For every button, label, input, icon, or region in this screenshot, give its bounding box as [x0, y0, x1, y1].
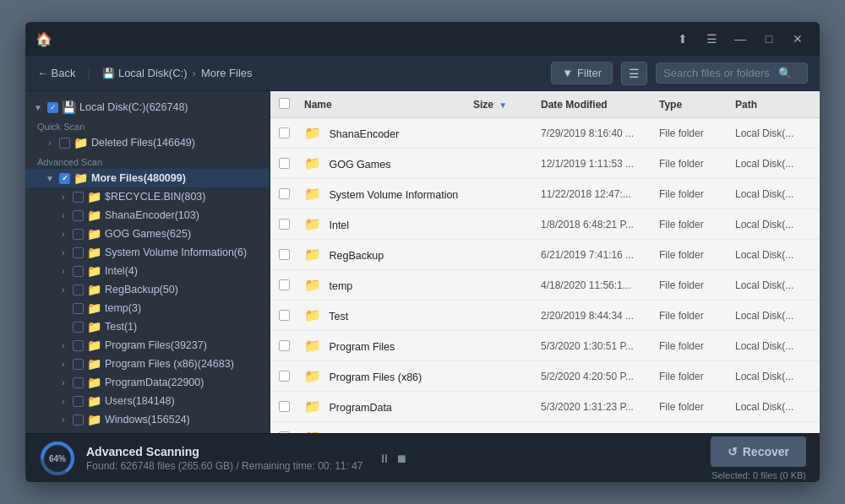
item-checkbox[interactable] — [73, 247, 84, 258]
row-checkbox[interactable] — [279, 127, 290, 138]
header-name[interactable]: Name — [304, 99, 473, 111]
sidebar-item[interactable]: › 📁 temp(3) — [25, 299, 270, 317]
file-date: 5/3/2020 1:31:23 P... — [541, 401, 659, 413]
item-checkbox[interactable] — [73, 415, 84, 425]
sidebar-item[interactable]: › 📁 Intel(4) — [25, 262, 270, 280]
menu-button[interactable]: ☰ — [700, 27, 723, 51]
sidebar-item-label: Program Files(39237) — [105, 339, 207, 351]
table-row[interactable]: 📁 Program Files 5/3/2020 1:30:51 P... Fi… — [270, 331, 820, 361]
maximize-button[interactable]: □ — [757, 27, 781, 51]
sidebar-item-label: Windows(156524) — [105, 414, 190, 425]
item-checkbox[interactable] — [73, 266, 84, 277]
row-checkbox[interactable] — [279, 401, 290, 412]
sidebar-more-files-item[interactable]: ▼ 📁 More Files(480099) — [25, 169, 270, 187]
sidebar-item[interactable]: › 📁 GOG Games(625) — [25, 225, 270, 243]
sidebar-item[interactable]: › 📁 System Volume Information(6) — [25, 243, 270, 262]
row-checkbox[interactable] — [279, 188, 290, 199]
expand-icon: › — [57, 358, 69, 370]
pause-button[interactable]: ⏸ ⏹ — [379, 452, 407, 465]
status-bar: 64% Advanced Scanning Found: 626748 file… — [25, 433, 820, 482]
row-checkbox[interactable] — [279, 310, 290, 321]
file-type: File folder — [659, 219, 735, 230]
header-type[interactable]: Type — [659, 99, 735, 111]
sidebar-root-item[interactable]: ▼ 💾 Local Disk(C:)(626748) — [25, 98, 270, 117]
breadcrumb-root[interactable]: Local Disk(C:) — [118, 67, 188, 79]
row-checkbox[interactable] — [279, 158, 290, 169]
item-checkbox[interactable] — [73, 396, 84, 407]
file-path: Local Disk(... — [735, 340, 811, 352]
table-row[interactable]: 📁 temp 4/18/2020 11:56:1... File folder … — [270, 270, 820, 301]
progress-circle: 64% — [39, 440, 76, 477]
file-type: File folder — [659, 340, 735, 352]
select-all-checkbox[interactable] — [279, 98, 290, 109]
table-row[interactable]: 📁 ShanaEncoder 7/29/2019 8:16:40 ... Fil… — [270, 118, 820, 149]
item-checkbox[interactable] — [73, 192, 84, 203]
table-row[interactable]: 📁 ProgramData 5/3/2020 1:31:23 P... File… — [270, 392, 820, 422]
row-checkbox[interactable] — [279, 371, 290, 382]
sidebar-item[interactable]: › 📁 $RECYCLE.BIN(803) — [25, 187, 270, 206]
header-size[interactable]: Size ▼ — [473, 99, 541, 111]
breadcrumb: 💾 Local Disk(C:) › More Files — [102, 67, 253, 79]
file-date: 5/3/2020 1:30:51 P... — [541, 340, 659, 352]
sidebar-item[interactable]: › 📁 ProgramData(22900) — [25, 373, 270, 392]
table-row[interactable]: 📁 System Volume Information 11/22/2018 1… — [270, 179, 820, 209]
table-row[interactable]: 📁 GOG Games 12/1/2019 1:11:53 ... File f… — [270, 149, 820, 179]
item-checkbox[interactable] — [73, 340, 84, 351]
list-view-button[interactable]: ☰ — [621, 62, 647, 85]
minimize-button[interactable]: — — [728, 27, 752, 51]
sidebar-item[interactable]: › 📁 Program Files(39237) — [25, 336, 270, 355]
filter-icon: ▼ — [562, 67, 573, 79]
item-checkbox[interactable] — [73, 210, 84, 221]
item-checkbox[interactable] — [73, 359, 84, 370]
item-checkbox[interactable] — [73, 322, 84, 333]
sidebar-item[interactable]: › 📁 ShanaEncoder(103) — [25, 206, 270, 225]
row-checkbox[interactable] — [279, 219, 290, 230]
expand-icon: › — [57, 284, 69, 295]
sidebar-item[interactable]: › 📁 Test(1) — [25, 317, 270, 336]
pause-icon: ⏸ — [379, 452, 390, 465]
sidebar-deleted-label: Deleted Files(146649) — [91, 137, 195, 149]
sidebar-item[interactable]: › 📁 Windows(156524) — [25, 410, 270, 429]
sidebar-deleted-item[interactable]: › 📁 Deleted Files(146649) — [25, 133, 270, 152]
sidebar-item[interactable]: › 📁 RegBackup(50) — [25, 280, 270, 299]
item-checkbox[interactable] — [73, 229, 84, 240]
header-path[interactable]: Path — [735, 99, 811, 111]
recover-button[interactable]: ↺ Recover — [711, 436, 806, 467]
expand-icon: › — [44, 137, 56, 149]
advanced-scan-label: Advanced Scan — [25, 152, 270, 169]
recover-icon: ↺ — [728, 445, 738, 458]
back-button[interactable]: ← Back — [37, 67, 76, 79]
header-date[interactable]: Date Modified — [541, 99, 659, 111]
share-button[interactable]: ⬆ — [671, 27, 695, 51]
file-type: File folder — [659, 127, 735, 139]
title-bar: 🏠 ⬆ ☰ — □ ✕ — [25, 22, 820, 56]
folder-icon: 📁 — [304, 247, 321, 262]
file-list: Name Size ▼ Date Modified Type Path — [270, 91, 820, 433]
row-checkbox[interactable] — [279, 340, 290, 351]
close-button[interactable]: ✕ — [786, 27, 810, 51]
table-row[interactable]: 📁 Intel 1/8/2018 6:48:21 P... File folde… — [270, 209, 820, 240]
table-row[interactable]: 📁 Program Files (x86) 5/2/2020 4:20:50 P… — [270, 361, 820, 392]
item-checkbox[interactable] — [73, 285, 84, 295]
sidebar-item-label: $RECYCLE.BIN(803) — [105, 191, 206, 203]
table-row[interactable]: 📁 RegBackup 6/21/2019 7:41:16 ... File f… — [270, 240, 820, 270]
folder-icon: 📁 — [304, 369, 321, 383]
sidebar-item[interactable]: › 📁 Users(184148) — [25, 392, 270, 410]
item-checkbox[interactable] — [73, 377, 84, 388]
more-files-checkbox[interactable] — [59, 173, 70, 184]
filter-button[interactable]: ▼ Filter — [551, 62, 613, 84]
sidebar-item-label: System Volume Information(6) — [105, 247, 247, 258]
deleted-checkbox[interactable] — [59, 138, 70, 149]
row-checkbox[interactable] — [279, 249, 290, 260]
table-row[interactable]: 📁 Test 2/20/2019 8:44:34 ... File folder… — [270, 301, 820, 331]
table-row[interactable]: 📁 Users 1/29/2019 4:06:26 ... File folde… — [270, 422, 820, 433]
row-checkbox[interactable] — [279, 279, 290, 290]
status-info: Advanced Scanning Found: 626748 files (2… — [86, 445, 368, 472]
item-checkbox[interactable] — [73, 303, 84, 314]
search-input[interactable] — [663, 67, 773, 79]
sidebar-item[interactable]: › 📁 Program Files (x86)(24683) — [25, 355, 270, 373]
file-path: Local Disk(... — [735, 279, 811, 291]
folder-icon: 📁 — [74, 136, 88, 149]
root-checkbox[interactable] — [47, 102, 58, 113]
file-type: File folder — [659, 249, 735, 261]
